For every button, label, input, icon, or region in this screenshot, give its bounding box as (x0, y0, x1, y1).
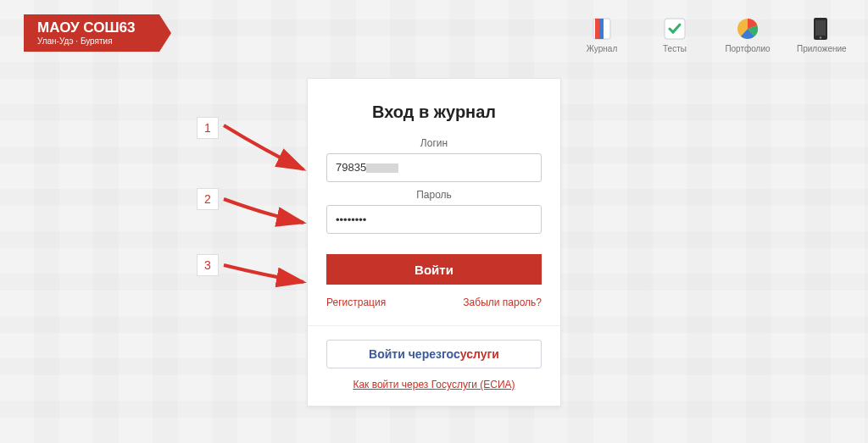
nav-app[interactable]: Приложение (797, 17, 844, 53)
annotation-arrow-2 (219, 191, 312, 231)
school-subtitle: Улан-Удэ · Бурятия (37, 36, 141, 46)
journal-icon (590, 17, 614, 41)
nav-journal-label: Журнал (578, 44, 626, 53)
login-links-row: Регистрация Забыли пароль? (326, 296, 542, 308)
login-field-label: Логин (326, 137, 542, 149)
nav-journal[interactable]: Журнал (578, 17, 626, 53)
divider (308, 325, 560, 326)
app-icon (809, 17, 832, 41)
annotation-arrow-1 (219, 117, 312, 178)
login-value-masked (366, 163, 398, 173)
svg-point-7 (820, 36, 821, 38)
gosuslugi-button[interactable]: Войти через госуслуги (326, 340, 542, 368)
gos-part2: гос (442, 347, 460, 361)
register-link[interactable]: Регистрация (326, 296, 386, 308)
gosuslugi-help-link[interactable]: Как войти через Госуслуги (ЕСИА) (326, 379, 542, 390)
annotation-number-3: 3 (197, 254, 219, 276)
login-value: 79835 (336, 161, 366, 174)
school-title: МАОУ СОШ63 (37, 20, 141, 35)
login-card: Вход в журнал Логин 79835 Пароль Войти Р… (307, 78, 561, 407)
svg-rect-6 (815, 20, 826, 36)
password-input[interactable] (326, 205, 542, 234)
nav-portfolio[interactable]: Портфолио (724, 17, 771, 53)
forgot-password-link[interactable]: Забыли пароль? (463, 296, 542, 308)
annotation-number-1: 1 (197, 117, 219, 139)
login-input[interactable]: 79835 (326, 153, 542, 182)
school-ribbon: МАОУ СОШ63 Улан-Удэ · Бурятия (24, 14, 159, 52)
portfolio-icon (736, 17, 760, 41)
password-field-label: Пароль (326, 189, 542, 201)
login-button[interactable]: Войти (326, 254, 542, 285)
nav-portfolio-label: Портфолио (724, 44, 771, 53)
svg-rect-1 (595, 19, 599, 39)
top-nav: Журнал Тесты Портфолио Приложение (578, 17, 844, 53)
nav-tests-label: Тесты (651, 44, 698, 53)
nav-app-label: Приложение (797, 44, 844, 53)
annotation-arrow-3 (219, 257, 312, 291)
login-heading: Вход в журнал (326, 102, 542, 122)
svg-rect-2 (599, 19, 604, 39)
nav-tests[interactable]: Тесты (651, 17, 698, 53)
gos-prefix: Войти через (369, 347, 442, 361)
tests-icon (663, 17, 687, 41)
gos-part3: услуги (460, 347, 499, 361)
annotation-number-2: 2 (197, 188, 219, 210)
